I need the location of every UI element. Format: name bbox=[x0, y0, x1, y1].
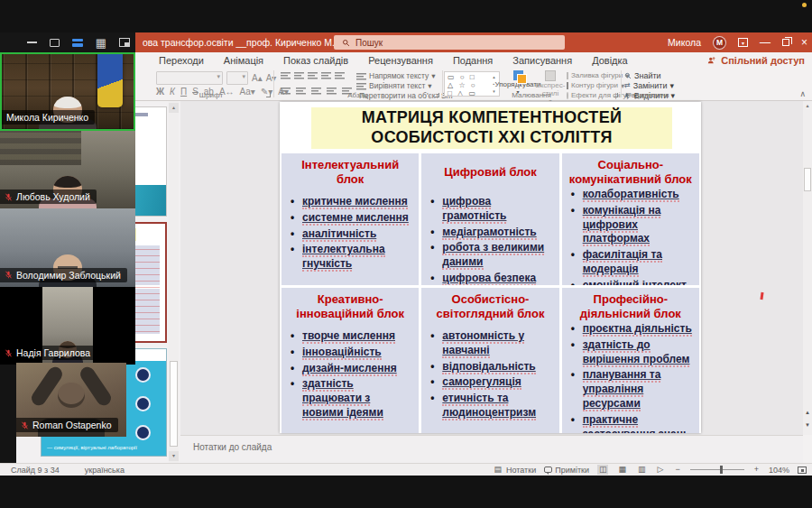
previous-slide-button[interactable]: ▲ bbox=[803, 408, 812, 418]
participant-tile[interactable]: Микола Кириченко bbox=[0, 52, 135, 131]
tab-help[interactable]: Довідка bbox=[582, 55, 638, 66]
line-spacing-icon[interactable] bbox=[335, 71, 345, 79]
mic-muted-icon bbox=[21, 421, 29, 429]
tab-slideshow[interactable]: Показ слайдів bbox=[273, 55, 358, 66]
mic-muted-icon bbox=[5, 349, 13, 357]
list-item: автономність у навчанні bbox=[442, 329, 551, 358]
participant-tile[interactable]: Володимир Заблоцький bbox=[0, 208, 135, 287]
speaker-view-icon[interactable] bbox=[50, 39, 60, 47]
next-slide-button[interactable]: ▼ bbox=[803, 420, 812, 430]
scrollbar-thumb[interactable] bbox=[170, 361, 178, 447]
list-item: проєктна діяльність bbox=[583, 322, 692, 337]
block-heading: Інтелектуальний блок bbox=[289, 158, 411, 187]
layout-icon[interactable] bbox=[119, 38, 130, 47]
scroll-up-icon[interactable]: ▴ bbox=[803, 101, 812, 111]
block-items: проєктна діяльність здатність до вирішен… bbox=[569, 322, 692, 433]
account-name[interactable]: Микола bbox=[668, 37, 701, 48]
align-text-button[interactable]: Вирівняти текст ▾ bbox=[356, 81, 442, 90]
list-item: аналітичність bbox=[302, 227, 411, 242]
thumbnails-scrollbar[interactable]: ▴ ▾ bbox=[169, 101, 179, 463]
bullets-icon[interactable] bbox=[281, 71, 291, 79]
restore-window-button[interactable] bbox=[782, 39, 789, 46]
block-intellectual[interactable]: Інтелектуальний блок критичне мислення с… bbox=[281, 153, 419, 285]
list-item: здатність працювати з новими ідеями bbox=[302, 377, 411, 420]
notes-pane[interactable]: Нотатки до слайда bbox=[180, 435, 803, 463]
participant-tile[interactable]: Надія Гаврилова bbox=[0, 287, 135, 365]
gallery-view-icon[interactable] bbox=[72, 39, 83, 47]
tab-view[interactable]: Подання bbox=[443, 55, 503, 66]
scrollbar-thumb[interactable] bbox=[804, 168, 811, 191]
find-button[interactable]: Знайти bbox=[624, 71, 675, 80]
share-button[interactable]: Спільний доступ bbox=[707, 55, 805, 66]
quick-styles-icon bbox=[545, 70, 556, 81]
block-heading: Професійно-діяльнісний блок bbox=[569, 292, 692, 321]
reading-view-icon[interactable]: ▥ bbox=[636, 465, 648, 475]
block-digital[interactable]: Цифровий блок цифрова грамотність медіаг… bbox=[421, 153, 558, 285]
zoom-in-icon[interactable]: + bbox=[752, 465, 761, 475]
slideshow-view-icon[interactable]: ▷ bbox=[656, 465, 666, 475]
increase-indent-icon[interactable] bbox=[321, 71, 331, 79]
list-item: здатність до вирішення проблем bbox=[583, 338, 692, 367]
zoom-out-icon[interactable]: − bbox=[673, 465, 681, 475]
participant-name-label: Надія Гаврилова bbox=[0, 346, 97, 360]
scroll-up-icon[interactable]: ▴ bbox=[169, 103, 179, 113]
shape-fill-button[interactable]: Заливка фігури ▾ bbox=[567, 71, 621, 80]
sidebar-edge bbox=[0, 365, 16, 463]
account-avatar[interactable]: М bbox=[713, 36, 726, 50]
numbering-icon[interactable] bbox=[294, 71, 304, 79]
scroll-down-icon[interactable]: ▾ bbox=[169, 451, 179, 461]
slide-counter: Слайд 9 з 34 bbox=[11, 466, 60, 475]
meeting-panel: ▦ Микола Кириченко bbox=[0, 32, 135, 365]
meeting-toolbar: ▦ bbox=[0, 32, 135, 52]
minimize-window-button[interactable]: — bbox=[760, 37, 770, 48]
list-item: етичність та людиноцентризм bbox=[442, 392, 551, 420]
participant-tile[interactable]: Любовь Худолий bbox=[0, 131, 135, 209]
minimize-meeting-icon[interactable] bbox=[27, 42, 37, 43]
slide-scrollbar[interactable]: ▴ ▲ ▼ bbox=[803, 101, 812, 435]
block-items: критичне мислення системне мислення анал… bbox=[289, 195, 411, 272]
shape-outline-button[interactable]: Контур фігури ▾ bbox=[567, 81, 621, 90]
slide-title-box[interactable]: МАТРИЦЯ КОМПЕТЕНТНОСТЕЙ ОСОБИСТОСТІ XXI … bbox=[311, 107, 672, 149]
block-creative-innovative[interactable]: Креативно-інноваційний блок творче мисле… bbox=[281, 288, 419, 433]
normal-view-icon[interactable]: ◫ bbox=[597, 465, 609, 475]
zoom-slider[interactable] bbox=[690, 469, 744, 470]
statusbar: Слайд 9 з 34 українська ▤Нотатки Примітк… bbox=[0, 463, 812, 476]
block-personal-worldview[interactable]: Особистісно-світоглядний блок автономніс… bbox=[421, 288, 558, 433]
zoom-slider-thumb[interactable] bbox=[720, 466, 723, 474]
collapse-ribbon-icon[interactable]: ∧ bbox=[799, 89, 806, 98]
tab-animations[interactable]: Анімація bbox=[214, 55, 273, 66]
font-size-dropdown[interactable] bbox=[226, 71, 248, 85]
ribbon-display-options-icon[interactable]: ▾ bbox=[738, 38, 748, 47]
search-placeholder: Пошук bbox=[355, 38, 383, 48]
comments-toggle-button[interactable]: Примітки bbox=[544, 466, 589, 475]
tab-transitions[interactable]: Переходи bbox=[149, 55, 214, 66]
block-professional-activity[interactable]: Професійно-діяльнісний блок проєктна дія… bbox=[562, 288, 699, 433]
shape-fill-icon bbox=[567, 72, 568, 79]
text-direction-button[interactable]: Напрямок тексту ▾ bbox=[356, 71, 442, 80]
participant-tile[interactable]: Roman Ostapenko bbox=[16, 363, 126, 437]
block-social-communicative[interactable]: Соціально-комунікативний блок колаборати… bbox=[562, 153, 699, 285]
block-items: творче мислення інноваційність дизайн-ми… bbox=[289, 329, 411, 420]
grow-font-icon[interactable]: A▴ bbox=[252, 73, 263, 83]
comments-icon bbox=[544, 466, 552, 473]
decrease-indent-icon[interactable] bbox=[308, 71, 318, 79]
notes-toggle-button[interactable]: ▤Нотатки bbox=[492, 465, 536, 475]
align-text-icon bbox=[356, 82, 366, 90]
close-window-button[interactable]: × bbox=[801, 37, 807, 48]
search-input[interactable]: Пошук bbox=[334, 35, 565, 50]
replace-button[interactable]: ⇄Замінити ▾ bbox=[624, 81, 675, 90]
block-heading: Креативно-інноваційний блок bbox=[289, 292, 411, 321]
fit-slide-icon[interactable] bbox=[798, 466, 807, 474]
mic-muted-icon bbox=[5, 193, 13, 201]
slide-sorter-view-icon[interactable]: ▦ bbox=[616, 465, 628, 475]
font-name-dropdown[interactable] bbox=[156, 71, 223, 85]
slide-editing-area: МАТРИЦЯ КОМПЕТЕНТНОСТЕЙ ОСОБИСТОСТІ XXI … bbox=[180, 101, 803, 435]
list-item: цифрова грамотність bbox=[442, 195, 551, 224]
tab-recording[interactable]: Записування bbox=[503, 55, 582, 66]
slide-canvas[interactable]: МАТРИЦЯ КОМПЕТЕНТНОСТЕЙ ОСОБИСТОСТІ XXI … bbox=[280, 102, 701, 433]
tab-review[interactable]: Рецензування bbox=[358, 55, 443, 66]
participant-name-label: Любовь Худолий bbox=[0, 189, 97, 204]
language-button[interactable]: українська bbox=[85, 466, 125, 475]
grid-view-icon[interactable]: ▦ bbox=[96, 37, 106, 49]
zoom-level[interactable]: 104% bbox=[769, 466, 789, 475]
